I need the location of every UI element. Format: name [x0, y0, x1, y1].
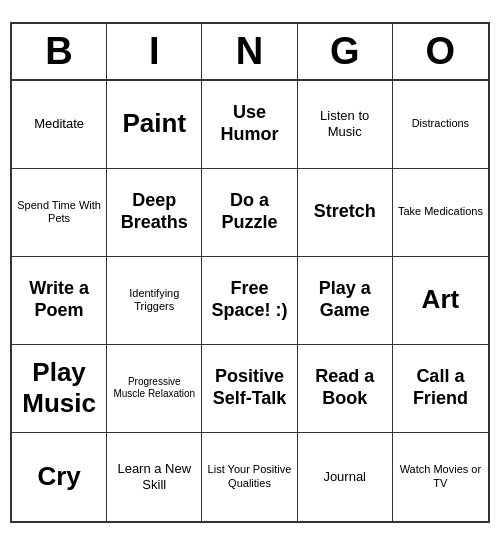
- cell-label: Meditate: [34, 116, 84, 132]
- bingo-grid: MeditatePaintUse HumorListen to MusicDis…: [12, 81, 488, 521]
- cell-label: Learn a New Skill: [111, 461, 197, 492]
- bingo-cell-17: Positive Self-Talk: [202, 345, 297, 433]
- bingo-cell-7: Do a Puzzle: [202, 169, 297, 257]
- bingo-cell-0: Meditate: [12, 81, 107, 169]
- bingo-cell-6: Deep Breaths: [107, 169, 202, 257]
- cell-label: Take Medications: [398, 205, 483, 218]
- cell-label: Play Music: [16, 357, 102, 419]
- bingo-header: BINGO: [12, 24, 488, 81]
- cell-label: Deep Breaths: [111, 190, 197, 233]
- header-letter-n: N: [202, 24, 297, 79]
- cell-label: Paint: [123, 108, 187, 139]
- header-letter-g: G: [298, 24, 393, 79]
- cell-label: Do a Puzzle: [206, 190, 292, 233]
- bingo-cell-20: Cry: [12, 433, 107, 521]
- cell-label: Play a Game: [302, 278, 388, 321]
- cell-label: Positive Self-Talk: [206, 366, 292, 409]
- header-letter-o: O: [393, 24, 488, 79]
- bingo-cell-4: Distractions: [393, 81, 488, 169]
- bingo-cell-22: List Your Positive Qualities: [202, 433, 297, 521]
- bingo-cell-2: Use Humor: [202, 81, 297, 169]
- bingo-cell-16: Progressive Muscle Relaxation: [107, 345, 202, 433]
- cell-label: Write a Poem: [16, 278, 102, 321]
- bingo-cell-19: Call a Friend: [393, 345, 488, 433]
- cell-label: Read a Book: [302, 366, 388, 409]
- bingo-cell-10: Write a Poem: [12, 257, 107, 345]
- bingo-cell-24: Watch Movies or TV: [393, 433, 488, 521]
- cell-label: Identifying Triggers: [111, 287, 197, 313]
- cell-label: Art: [422, 284, 460, 315]
- cell-label: List Your Positive Qualities: [206, 463, 292, 489]
- cell-label: Spend Time With Pets: [16, 199, 102, 225]
- bingo-cell-21: Learn a New Skill: [107, 433, 202, 521]
- cell-label: Stretch: [314, 201, 376, 223]
- bingo-cell-11: Identifying Triggers: [107, 257, 202, 345]
- cell-label: Progressive Muscle Relaxation: [111, 376, 197, 400]
- cell-label: Call a Friend: [397, 366, 484, 409]
- bingo-cell-15: Play Music: [12, 345, 107, 433]
- cell-label: Watch Movies or TV: [397, 463, 484, 489]
- bingo-cell-9: Take Medications: [393, 169, 488, 257]
- bingo-cell-1: Paint: [107, 81, 202, 169]
- bingo-cell-12: Free Space! :): [202, 257, 297, 345]
- bingo-cell-14: Art: [393, 257, 488, 345]
- bingo-cell-5: Spend Time With Pets: [12, 169, 107, 257]
- bingo-cell-8: Stretch: [298, 169, 393, 257]
- bingo-cell-13: Play a Game: [298, 257, 393, 345]
- header-letter-b: B: [12, 24, 107, 79]
- cell-label: Journal: [323, 469, 366, 485]
- bingo-cell-18: Read a Book: [298, 345, 393, 433]
- bingo-cell-3: Listen to Music: [298, 81, 393, 169]
- cell-label: Listen to Music: [302, 108, 388, 139]
- cell-label: Distractions: [412, 117, 469, 130]
- cell-label: Free Space! :): [206, 278, 292, 321]
- cell-label: Cry: [37, 461, 80, 492]
- cell-label: Use Humor: [206, 102, 292, 145]
- bingo-cell-23: Journal: [298, 433, 393, 521]
- bingo-card: BINGO MeditatePaintUse HumorListen to Mu…: [10, 22, 490, 523]
- header-letter-i: I: [107, 24, 202, 79]
